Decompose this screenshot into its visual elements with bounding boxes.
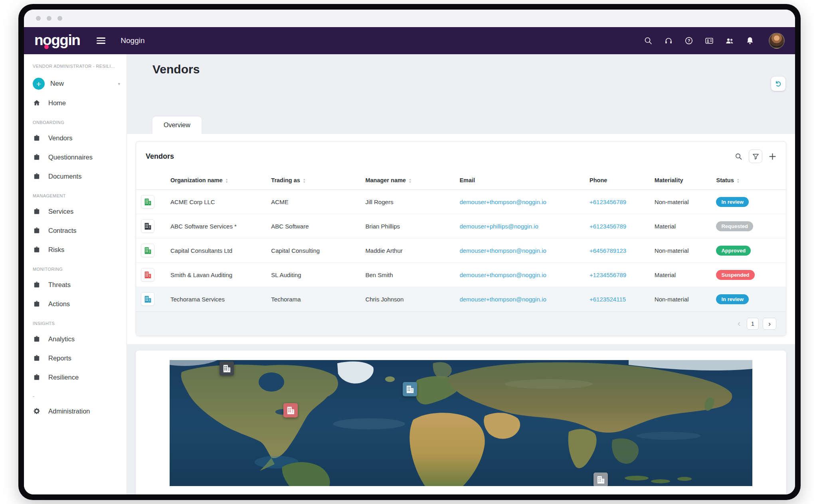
sidebar-item-label: Actions	[48, 300, 70, 308]
table-row[interactable]: Techorama Services Techorama Chris Johns…	[136, 287, 786, 311]
sidebar-item-label: Contracts	[48, 227, 77, 234]
status-badge: In review	[716, 294, 749, 304]
sidebar-item-resilience[interactable]: Resilience	[24, 368, 127, 387]
search-icon[interactable]	[643, 36, 653, 45]
phone-link[interactable]: +1234556789	[590, 272, 626, 278]
email-link[interactable]: demouser+thompson@noggin.io	[459, 296, 546, 303]
map-vendor-marker[interactable]	[593, 472, 608, 486]
brand-text: noggin	[34, 32, 80, 48]
sidebar-item-risks[interactable]: Risks	[24, 240, 127, 259]
cell-trading: ACME	[266, 190, 360, 214]
briefcase-icon	[33, 354, 41, 362]
table-row[interactable]: Smith & Lavan Auditing SL Auditing Ben S…	[136, 263, 786, 287]
current-page-button[interactable]: 1	[747, 318, 759, 330]
vendor-building-icon	[141, 244, 154, 257]
sort-icon[interactable]: ▲▼	[409, 178, 411, 183]
briefcase-icon	[33, 335, 41, 343]
table-filter-button[interactable]	[749, 150, 762, 163]
sidebar-item-home[interactable]: Home	[24, 93, 127, 112]
column-header-manager[interactable]: Manager name▲▼	[360, 171, 455, 190]
briefcase-icon	[33, 207, 41, 215]
world-map[interactable]	[170, 360, 752, 486]
window-close-button[interactable]	[36, 16, 41, 21]
status-badge: In review	[716, 197, 749, 207]
sidebar-item-contracts[interactable]: Contracts	[24, 221, 127, 240]
map-vendor-marker[interactable]	[220, 361, 234, 376]
cell-trading: SL Auditing	[266, 263, 360, 287]
status-badge: Approved	[716, 246, 751, 256]
column-header-status[interactable]: Status▲▼	[711, 171, 786, 190]
next-page-button[interactable]: ›	[763, 318, 776, 330]
sidebar-item-analytics[interactable]: Analytics	[24, 329, 127, 348]
sort-icon[interactable]: ▲▼	[226, 178, 228, 183]
tab-overview[interactable]: Overview	[152, 116, 202, 134]
search-icon	[735, 153, 742, 160]
briefcase-icon	[33, 153, 41, 161]
overview-panel: Vendors	[127, 134, 795, 344]
contact-card-icon[interactable]	[704, 36, 714, 45]
top-navbar: noggin Noggin ?	[24, 27, 795, 54]
sidebar-item-administration[interactable]: Administration	[24, 402, 127, 421]
table-search-button[interactable]	[735, 153, 742, 160]
window-minimize-button[interactable]	[47, 16, 51, 21]
sidebar-item-label: Home	[48, 99, 66, 107]
email-link[interactable]: demouser+phillips@noggin.io	[459, 223, 538, 230]
column-header-organization[interactable]: Organization name▲▼	[166, 171, 266, 190]
people-icon[interactable]	[725, 36, 734, 45]
headset-icon[interactable]	[664, 36, 673, 45]
cell-trading: Techorama	[266, 287, 360, 311]
status-badge: Requested	[716, 221, 753, 231]
phone-link[interactable]: +6123524115	[590, 296, 626, 303]
vendors-map-card	[136, 350, 786, 494]
cell-manager: Ben Smith	[360, 263, 455, 287]
sidebar-item-label: Documents	[48, 173, 81, 180]
cell-manager: Maddie Arthur	[360, 238, 455, 263]
cell-manager: Brian Phillips	[360, 214, 455, 238]
sidebar-item-documents[interactable]: Documents	[24, 167, 127, 186]
noggin-logo[interactable]: noggin	[34, 33, 80, 49]
phone-link[interactable]: +6456789123	[590, 247, 626, 254]
phone-link[interactable]: +6123456789	[590, 199, 626, 205]
hamburger-menu-icon[interactable]	[97, 37, 105, 44]
filter-icon	[752, 153, 760, 160]
map-vendor-marker[interactable]	[283, 403, 298, 417]
cell-trading: ABC Software	[266, 214, 360, 238]
table-add-button[interactable]	[769, 153, 776, 160]
app-title: Noggin	[121, 36, 144, 45]
email-link[interactable]: demouser+thompson@noggin.io	[459, 247, 546, 254]
help-icon[interactable]: ?	[684, 36, 694, 45]
user-avatar[interactable]	[769, 33, 785, 49]
chevron-down-icon[interactable]: ▾	[118, 81, 120, 87]
refresh-button[interactable]	[771, 77, 785, 91]
map-vendor-marker[interactable]	[403, 382, 417, 396]
sidebar-item-reports[interactable]: Reports	[24, 348, 127, 368]
sidebar-item-questionnaires[interactable]: Questionnaires	[24, 148, 127, 167]
email-link[interactable]: demouser+thompson@noggin.io	[459, 199, 546, 205]
table-row[interactable]: ACME Corp LLC ACME Jill Rogers demouser+…	[136, 190, 786, 214]
sidebar-item-services[interactable]: Services	[24, 202, 127, 221]
column-header-icon	[136, 171, 166, 190]
sort-icon[interactable]: ▲▼	[303, 178, 306, 183]
email-link[interactable]: demouser+thompson@noggin.io	[459, 272, 546, 278]
sidebar-item-actions[interactable]: Actions	[24, 294, 127, 313]
column-header-phone: Phone	[585, 171, 650, 190]
sort-icon[interactable]: ▲▼	[737, 178, 740, 183]
sidebar-item-threats[interactable]: Threats	[24, 275, 127, 294]
sidebar-item-vendors[interactable]: Vendors	[24, 128, 127, 148]
sidebar-item-label: Reports	[48, 354, 71, 362]
briefcase-icon	[33, 134, 41, 142]
briefcase-icon	[33, 172, 41, 180]
column-header-trading[interactable]: Trading as▲▼	[266, 171, 360, 190]
cell-manager: Jill Rogers	[360, 190, 455, 214]
bell-icon[interactable]	[745, 36, 755, 45]
cell-materiality: Non-material	[650, 190, 712, 214]
phone-link[interactable]: +6123456789	[590, 223, 626, 230]
cell-organization: Smith & Lavan Auditing	[166, 263, 266, 287]
vendor-building-icon	[141, 195, 154, 209]
table-row[interactable]: Capital Consultants Ltd Capital Consulti…	[136, 238, 786, 263]
new-button[interactable]: + New ▾	[24, 74, 127, 93]
window-maximize-button[interactable]	[57, 16, 62, 21]
cell-materiality: Non-material	[650, 287, 712, 311]
previous-page-button[interactable]: ‹	[735, 319, 743, 328]
table-row[interactable]: ABC Software Services * ABC Software Bri…	[136, 214, 786, 238]
